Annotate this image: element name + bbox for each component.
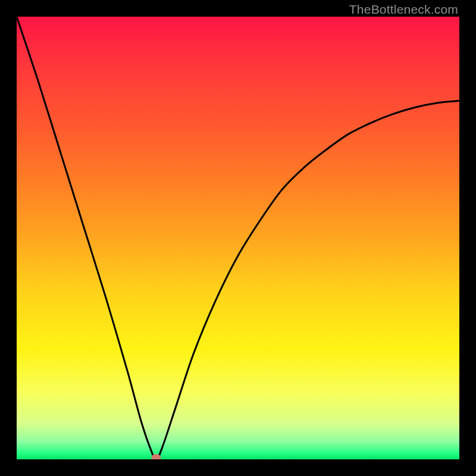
watermark-text: TheBottleneck.com — [349, 2, 458, 17]
chart-frame — [0, 0, 476, 476]
